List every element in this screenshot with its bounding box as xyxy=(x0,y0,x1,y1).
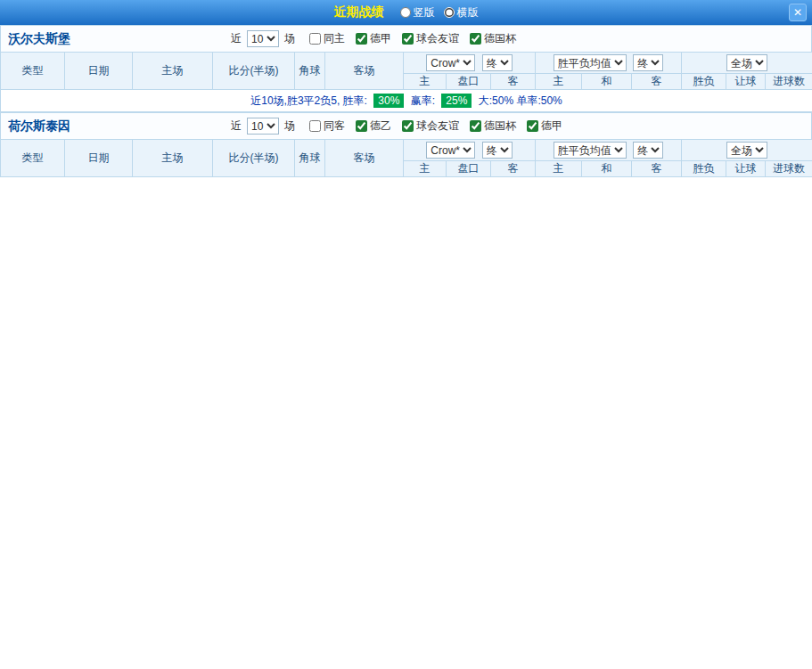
games-label: 场 xyxy=(284,31,295,46)
filter-option-德国杯[interactable]: 德国杯 xyxy=(470,31,516,46)
filter-checkbox-label: 德甲 xyxy=(541,118,562,134)
filter-checkbox-label: 德乙 xyxy=(370,118,391,134)
asia-odds-time-select[interactable]: 终 xyxy=(482,54,513,71)
col-header-handicap: 盘口 xyxy=(447,161,491,177)
euro-odds-selectors: 胜平负均值 终 xyxy=(536,140,682,161)
layout-radio-vertical-icon[interactable] xyxy=(400,7,411,18)
col-header-handicap-result: 让球 xyxy=(726,161,766,177)
filter-checkbox-label: 同客 xyxy=(324,118,345,134)
col-header-away: 客场 xyxy=(325,53,404,90)
league-filter-checkboxes: 同客德乙球会友谊德国杯德甲 xyxy=(309,118,573,134)
euro-odds-type-select[interactable]: 胜平负均值 xyxy=(554,142,627,159)
team-section-header: 荷尔斯泰因 近 10 场 同客德乙球会友谊德国杯德甲 xyxy=(0,112,812,139)
euro-odds-time-select[interactable]: 终 xyxy=(633,54,663,71)
euro-odds-selectors: 胜平负均值 终 xyxy=(536,53,682,74)
filter-option-德甲[interactable]: 德甲 xyxy=(527,118,562,134)
col-header-corner: 角球 xyxy=(295,53,325,90)
win-rate-badge: 30% xyxy=(373,94,404,108)
col-header-asia-away: 客 xyxy=(491,74,536,90)
match-count-select[interactable]: 10 xyxy=(247,30,279,47)
filter-checkbox-icon[interactable] xyxy=(356,33,367,45)
page-title: 近期战绩 xyxy=(334,4,384,20)
col-header-date: 日期 xyxy=(65,140,133,177)
summary-tail: 大:50% 单率:50% xyxy=(479,94,562,107)
layout-vertical-label: 竖版 xyxy=(414,5,435,20)
filter-option-球会友谊[interactable]: 球会友谊 xyxy=(402,31,459,46)
summary-row: 近10场,胜3平2负5, 胜率: 30% 赢率: 25% 大:50% 单率:50… xyxy=(1,90,812,112)
section-holstein: 荷尔斯泰因 近 10 场 同客德乙球会友谊德国杯德甲 类型 日期 主场 比分(半… xyxy=(0,112,812,177)
bookmaker-select[interactable]: Crow* xyxy=(426,54,475,71)
filter-option-球会友谊[interactable]: 球会友谊 xyxy=(402,118,459,134)
scope-select[interactable]: 全场 xyxy=(726,54,767,71)
scope-select[interactable]: 全场 xyxy=(726,142,767,159)
filter-checkbox-icon[interactable] xyxy=(527,120,538,132)
col-header-result: 胜负 xyxy=(682,161,726,177)
filter-option-德甲[interactable]: 德甲 xyxy=(356,31,391,46)
filter-checkbox-icon[interactable] xyxy=(470,120,481,132)
col-header-corner: 角球 xyxy=(295,140,325,177)
col-header-away: 客场 xyxy=(325,140,404,177)
col-header-type: 类型 xyxy=(1,53,65,90)
col-header-asia-away: 客 xyxy=(491,161,536,177)
layout-radio-horizontal-icon[interactable] xyxy=(444,7,455,18)
titlebar: 近期战绩 竖版 横版 ✕ xyxy=(0,0,812,25)
filter-checkbox-label: 同主 xyxy=(324,31,345,46)
col-header-euro-draw: 和 xyxy=(582,74,632,90)
euro-odds-time-select[interactable]: 终 xyxy=(633,142,663,159)
filter-checkbox-label: 球会友谊 xyxy=(416,118,459,134)
euro-odds-type-select[interactable]: 胜平负均值 xyxy=(554,54,627,71)
col-header-handicap: 盘口 xyxy=(447,74,491,90)
asia-odds-selectors: Crow* 终 xyxy=(404,140,536,161)
col-header-home: 主场 xyxy=(133,140,213,177)
col-header-asia-home: 主 xyxy=(404,161,447,177)
odds-win-rate-badge: 25% xyxy=(441,94,472,108)
col-header-goals: 进球数 xyxy=(766,161,812,177)
filter-option-同主[interactable]: 同主 xyxy=(309,31,345,46)
filter-checkbox-icon[interactable] xyxy=(402,120,414,132)
summary-prefix: 近10场,胜3平2负5, 胜率: xyxy=(250,94,367,107)
team-name: 荷尔斯泰因 xyxy=(8,118,231,135)
col-header-euro-draw: 和 xyxy=(582,161,632,177)
filter-checkbox-icon[interactable] xyxy=(470,33,481,45)
filter-checkbox-icon[interactable] xyxy=(356,120,367,132)
scope-selector: 全场 xyxy=(682,53,812,74)
col-header-goals: 进球数 xyxy=(766,74,812,90)
asia-odds-time-select[interactable]: 终 xyxy=(482,142,513,159)
filter-group: 近 10 场 同主德甲球会友谊德国杯 xyxy=(231,30,527,47)
wolfsburg-results-table: 类型 日期 主场 比分(半场) 角球 客场 Crow* 终 胜平负均值 终 xyxy=(0,52,812,112)
recent-results-panel: 近期战绩 竖版 横版 ✕ 沃尔夫斯堡 近 10 场 同主德甲球会友谊德国杯 xyxy=(0,0,812,177)
team-section-header: 沃尔夫斯堡 近 10 场 同主德甲球会友谊德国杯 xyxy=(0,25,812,52)
col-header-handicap-result: 让球 xyxy=(726,74,766,90)
filter-checkbox-label: 德甲 xyxy=(370,31,391,46)
filter-checkbox-icon[interactable] xyxy=(402,33,414,45)
filter-option-同客[interactable]: 同客 xyxy=(309,118,345,134)
near-label: 近 xyxy=(231,118,242,134)
close-icon[interactable]: ✕ xyxy=(789,4,807,21)
col-header-score: 比分(半场) xyxy=(213,53,295,90)
filter-option-德国杯[interactable]: 德国杯 xyxy=(470,118,516,134)
col-header-euro-away: 客 xyxy=(632,74,682,90)
filter-checkbox-icon[interactable] xyxy=(309,33,321,45)
col-header-euro-home: 主 xyxy=(536,74,582,90)
holstein-results-table: 类型 日期 主场 比分(半场) 角球 客场 Crow* 终 胜平负均值 终 xyxy=(0,139,812,177)
asia-odds-selectors: Crow* 终 xyxy=(404,53,536,74)
filter-checkbox-label: 德国杯 xyxy=(484,31,516,46)
col-header-score: 比分(半场) xyxy=(213,140,295,177)
match-count-select[interactable]: 10 xyxy=(247,118,279,135)
col-header-date: 日期 xyxy=(65,53,133,90)
league-filter-checkboxes: 同主德甲球会友谊德国杯 xyxy=(309,31,527,46)
section-wolfsburg: 沃尔夫斯堡 近 10 场 同主德甲球会友谊德国杯 类型 日期 主场 比分(半场) xyxy=(0,25,812,112)
col-header-asia-home: 主 xyxy=(404,74,447,90)
col-header-result: 胜负 xyxy=(682,74,726,90)
scope-selector: 全场 xyxy=(682,140,812,161)
col-header-home: 主场 xyxy=(133,53,213,90)
team-name: 沃尔夫斯堡 xyxy=(8,31,231,47)
near-label: 近 xyxy=(231,31,242,46)
filter-option-德乙[interactable]: 德乙 xyxy=(356,118,391,134)
bookmaker-select[interactable]: Crow* xyxy=(426,142,475,159)
filter-checkbox-icon[interactable] xyxy=(309,120,321,132)
filter-checkbox-label: 球会友谊 xyxy=(416,31,459,46)
layout-horizontal-label: 横版 xyxy=(457,5,479,20)
layout-option-horizontal[interactable]: 横版 xyxy=(444,5,479,20)
layout-option-vertical[interactable]: 竖版 xyxy=(400,5,435,20)
